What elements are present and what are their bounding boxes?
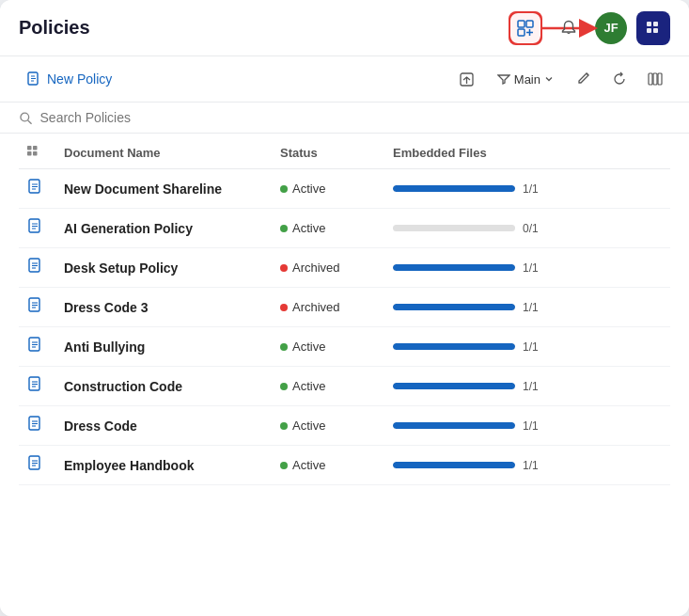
col-embedded-files: Embedded Files	[385, 134, 670, 169]
col-status: Status	[273, 134, 385, 169]
row-status: Archived	[273, 288, 385, 327]
row-document-name[interactable]: Construction Code	[56, 367, 273, 406]
svg-rect-16	[649, 73, 652, 85]
row-icon-cell	[19, 169, 56, 209]
col-document-name: Document Name	[56, 134, 273, 169]
svg-rect-22	[33, 146, 38, 150]
table-row[interactable]: Employee HandbookActive1/1	[19, 446, 670, 485]
columns-button[interactable]	[640, 64, 670, 94]
svg-rect-2	[518, 29, 525, 36]
status-badge: Archived	[292, 300, 340, 314]
row-icon-cell	[19, 209, 56, 248]
svg-rect-18	[658, 73, 662, 85]
refresh-icon	[612, 71, 627, 87]
table-row[interactable]: Dress CodeActive1/1	[19, 406, 670, 446]
progress-label: 0/1	[523, 222, 539, 235]
row-embedded-files: 0/1	[385, 209, 670, 248]
toolbar: New Policy Main	[0, 56, 689, 103]
svg-rect-0	[518, 21, 525, 27]
row-document-name[interactable]: Dress Code 3	[56, 288, 273, 327]
document-row-icon	[26, 258, 43, 275]
row-embedded-files: 1/1	[385, 169, 670, 209]
avatar[interactable]: JF	[595, 12, 627, 44]
row-status: Active	[273, 209, 385, 248]
row-status: Active	[273, 327, 385, 367]
status-badge: Active	[292, 458, 325, 472]
chevron-down-icon	[544, 74, 554, 84]
document-icon	[26, 71, 41, 87]
export-icon	[459, 71, 475, 87]
progress-label: 1/1	[523, 340, 539, 354]
svg-point-19	[21, 113, 29, 121]
document-row-icon	[26, 376, 43, 393]
new-policy-button[interactable]: New Policy	[19, 68, 119, 90]
svg-rect-5	[647, 22, 651, 26]
filter-button[interactable]: Main	[488, 69, 563, 90]
grid-icon	[645, 20, 662, 37]
table-row[interactable]: AI Generation PolicyActive0/1	[19, 209, 670, 248]
row-embedded-files: 1/1	[385, 446, 670, 485]
progress-label: 1/1	[523, 182, 539, 196]
svg-rect-24	[33, 151, 38, 156]
svg-rect-8	[653, 28, 658, 33]
table-row[interactable]: Dress Code 3Archived1/1	[19, 288, 670, 327]
document-row-icon	[26, 416, 43, 433]
table-body: New Document SharelineActive1/1 AI Gener…	[19, 169, 670, 485]
table-row[interactable]: New Document SharelineActive1/1	[19, 169, 670, 209]
bell-button[interactable]	[552, 11, 586, 45]
status-badge: Active	[292, 340, 325, 354]
svg-rect-7	[647, 28, 651, 33]
row-document-name[interactable]: Desk Setup Policy	[56, 248, 273, 288]
search-bar	[0, 103, 689, 134]
table-row[interactable]: Anti BullyingActive1/1	[19, 327, 670, 367]
edit-button[interactable]	[569, 64, 599, 94]
progress-label: 1/1	[523, 459, 539, 472]
col-header-icon	[19, 134, 56, 169]
table-container: Document Name Status Embedded Files New …	[0, 134, 689, 616]
row-status: Active	[273, 367, 385, 406]
document-row-icon	[26, 297, 43, 314]
row-status: Archived	[273, 248, 385, 288]
progress-label: 1/1	[523, 301, 539, 314]
svg-rect-17	[653, 73, 657, 85]
svg-line-15	[587, 73, 588, 75]
header: Policies	[0, 0, 689, 56]
columns-icon	[648, 71, 663, 87]
export-button[interactable]	[452, 64, 482, 94]
bell-icon	[560, 20, 577, 37]
grid-header-icon	[26, 145, 39, 158]
row-document-name[interactable]: Anti Bullying	[56, 327, 273, 367]
row-document-name[interactable]: New Document Shareline	[56, 169, 273, 209]
toolbar-right: Main	[452, 64, 670, 94]
status-badge: Archived	[292, 261, 340, 275]
row-status: Active	[273, 446, 385, 485]
row-embedded-files: 1/1	[385, 288, 670, 327]
search-icon	[19, 111, 33, 125]
refresh-button[interactable]	[604, 64, 634, 94]
document-row-icon	[26, 337, 43, 354]
svg-rect-21	[27, 146, 32, 150]
table-header-row: Document Name Status Embedded Files	[19, 134, 670, 169]
document-row-icon	[26, 218, 43, 235]
row-embedded-files: 1/1	[385, 406, 670, 446]
table-row[interactable]: Desk Setup PolicyArchived1/1	[19, 248, 670, 288]
row-document-name[interactable]: Employee Handbook	[56, 446, 273, 485]
search-input[interactable]	[40, 110, 670, 125]
row-document-name[interactable]: Dress Code	[56, 406, 273, 446]
highlighted-icon-button[interactable]	[509, 11, 542, 45]
progress-label: 1/1	[523, 380, 539, 393]
row-icon-cell	[19, 367, 56, 406]
svg-rect-6	[653, 22, 658, 26]
progress-label: 1/1	[523, 261, 539, 275]
row-status: Active	[273, 169, 385, 209]
row-document-name[interactable]: AI Generation Policy	[56, 209, 273, 248]
filter-icon	[497, 72, 510, 86]
table-row[interactable]: Construction CodeActive1/1	[19, 367, 670, 406]
status-badge: Active	[292, 221, 325, 235]
row-icon-cell	[19, 406, 56, 446]
row-embedded-files: 1/1	[385, 248, 670, 288]
progress-label: 1/1	[523, 419, 539, 433]
svg-rect-1	[526, 21, 533, 27]
row-icon-cell	[19, 327, 56, 367]
grid-app-button[interactable]	[636, 11, 670, 45]
